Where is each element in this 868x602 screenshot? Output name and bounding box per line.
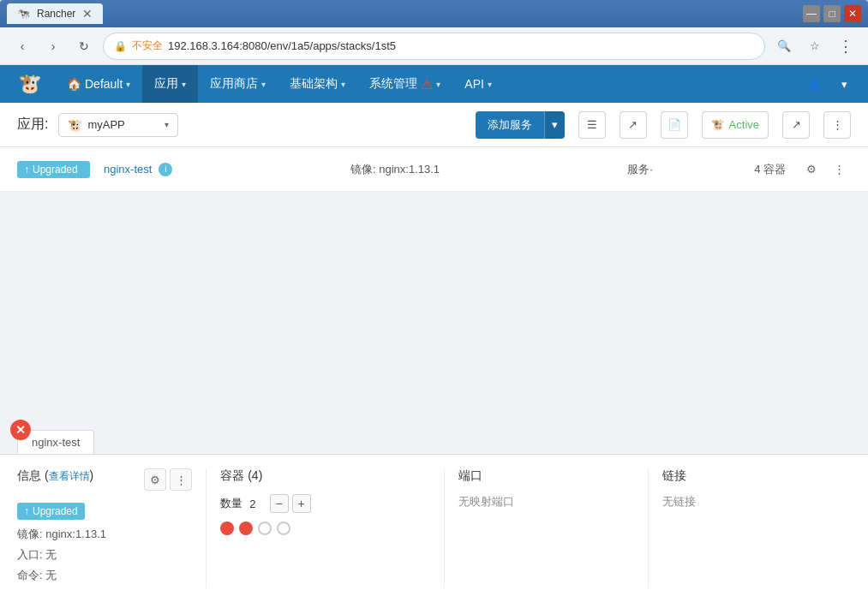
- ports-title: 端口: [458, 468, 633, 484]
- nav-item-infra[interactable]: 基础架构 ▾: [278, 65, 357, 103]
- export-button[interactable]: 📄: [661, 111, 688, 139]
- nav-item-apps[interactable]: 应用 ▾: [142, 65, 198, 103]
- active-badge-icon: 🐮: [711, 118, 725, 131]
- security-icon: 🔒: [114, 40, 127, 52]
- ports-empty-label: 无映射端口: [458, 494, 633, 510]
- container-dot-2[interactable]: [239, 522, 253, 535]
- service-info-button[interactable]: i: [159, 163, 172, 176]
- content-area: 应用: 🐮 myAPP ▾ 添加服务 ▾ ☰ ↗ 📄 🐮 Active ↗ ⋮: [0, 103, 868, 602]
- top-nav: 🐮 🏠 Default ▾ 应用 ▾ 应用商店 ▾ 基础架构 ▾ 系统管理 ⚠ …: [0, 65, 868, 103]
- close-button[interactable]: ✕: [844, 5, 861, 22]
- nav-env-label: Default: [85, 77, 123, 91]
- app-wrapper: 🐮 🏠 Default ▾ 应用 ▾ 应用商店 ▾ 基础架构 ▾ 系统管理 ⚠ …: [0, 65, 868, 602]
- nav-infra-label: 基础架构: [290, 76, 338, 92]
- window-controls: — □ ✕: [803, 5, 861, 22]
- app-selector[interactable]: 🐮 myAPP ▾: [58, 113, 178, 137]
- service-ports-cell: 服务·: [597, 162, 683, 177]
- container-dot-3[interactable]: [258, 522, 272, 535]
- apps-dropdown-icon: ▾: [182, 80, 186, 89]
- address-input-wrap[interactable]: 🔒 不安全 192.168.3.164:8080/env/1a5/apps/st…: [103, 33, 765, 60]
- active-status-badge[interactable]: 🐮 Active: [702, 111, 769, 139]
- nav-item-api[interactable]: API ▾: [452, 65, 504, 103]
- more-options-button[interactable]: ⋮: [823, 111, 851, 139]
- nav-env-selector[interactable]: 🏠 Default ▾: [55, 65, 142, 103]
- address-actions: 🔍 ☆ ⋮: [772, 34, 858, 58]
- reload-button[interactable]: ↻: [72, 34, 96, 58]
- detail-settings-button[interactable]: ⚙: [144, 468, 166, 491]
- container-dots: [220, 522, 430, 535]
- share-active-button[interactable]: ↗: [782, 111, 810, 139]
- appstore-dropdown-icon: ▾: [261, 80, 266, 89]
- container-dot-4[interactable]: [277, 522, 290, 535]
- forward-button[interactable]: ›: [41, 34, 65, 58]
- app-header: 应用: 🐮 myAPP ▾ 添加服务 ▾ ☰ ↗ 📄 🐮 Active ↗ ⋮: [0, 103, 868, 147]
- service-name-link[interactable]: nginx-test: [104, 163, 152, 176]
- detail-panel: 信息 (查看详情) ⚙ ⋮ ↑ Upgraded 镜像: nginx:1.13.…: [0, 454, 868, 602]
- detail-containers-section: 容器 (4) 数量 2 − +: [207, 468, 445, 588]
- add-service-group: 添加服务 ▾: [476, 111, 565, 139]
- add-service-dropdown-button[interactable]: ▾: [544, 111, 565, 139]
- back-button[interactable]: ‹: [10, 34, 34, 58]
- service-action-settings[interactable]: ⚙: [799, 158, 823, 182]
- detail-more-button[interactable]: ⋮: [170, 468, 192, 491]
- bookmark-button[interactable]: ☆: [803, 34, 827, 58]
- app-header-label: 应用:: [17, 116, 48, 134]
- nav-home-icon: 🏠: [67, 77, 81, 91]
- detail-command-line: 命令: 无: [17, 568, 192, 583]
- address-bar: ‹ › ↻ 🔒 不安全 192.168.3.164:8080/env/1a5/a…: [0, 27, 868, 65]
- nav-appstore-label: 应用商店: [210, 76, 258, 92]
- nav-item-appstore[interactable]: 应用商店 ▾: [198, 65, 278, 103]
- status-label: Upgraded: [33, 164, 78, 176]
- nav-admin-label: 系统管理: [369, 76, 417, 92]
- share-button[interactable]: ↗: [620, 111, 647, 139]
- service-image-cell: 镜像: nginx:1.13.1: [350, 162, 597, 177]
- gray-area: [0, 192, 868, 416]
- env-dropdown-icon: ▾: [126, 80, 130, 89]
- nav-logo[interactable]: 🐮: [14, 69, 45, 99]
- nav-item-admin[interactable]: 系统管理 ⚠ ▾: [357, 65, 452, 103]
- nav-user-icon[interactable]: 👤: [800, 65, 828, 103]
- detail-info-title: 信息 (查看详情): [17, 468, 93, 484]
- count-decrease-button[interactable]: −: [270, 494, 289, 513]
- add-service-button[interactable]: 添加服务: [476, 111, 544, 139]
- detail-tab-bar: nginx-test: [0, 430, 868, 454]
- count-number: 2: [249, 498, 255, 510]
- nav-api-label: API: [464, 77, 484, 91]
- browser-tab[interactable]: 🐄 Rancher ✕: [7, 3, 103, 24]
- containers-title: 容器 (4): [220, 468, 430, 484]
- admin-warning-icon: ⚠: [421, 76, 433, 92]
- service-name-cell: nginx-test i: [104, 163, 350, 176]
- search-button[interactable]: 🔍: [772, 34, 796, 58]
- status-icon: ↑: [24, 164, 29, 176]
- api-dropdown-icon: ▾: [488, 80, 492, 89]
- detail-tab-label: nginx-test: [32, 436, 80, 449]
- service-action-more[interactable]: ⋮: [827, 158, 851, 182]
- detail-links-section: 链接 无链接: [649, 468, 851, 588]
- minimize-button[interactable]: —: [803, 5, 820, 22]
- menu-button[interactable]: ⋮: [834, 34, 858, 58]
- nav-right-area: 👤 ▾: [800, 65, 854, 103]
- view-list-button[interactable]: ☰: [578, 111, 606, 139]
- count-increase-button[interactable]: +: [292, 494, 311, 513]
- active-badge-label: Active: [729, 118, 759, 131]
- view-detail-link[interactable]: 查看详情: [49, 470, 90, 482]
- nav-settings-dropdown[interactable]: ▾: [835, 65, 854, 103]
- count-controls: − +: [270, 494, 311, 513]
- service-status-badge: ↑ Upgraded: [17, 161, 90, 178]
- detail-status-badge: ↑ Upgraded: [17, 503, 85, 520]
- tab-close-button[interactable]: ✕: [82, 7, 93, 21]
- maximize-button[interactable]: □: [823, 5, 841, 22]
- container-dot-1[interactable]: [220, 522, 234, 535]
- services-table: ↑ Upgraded nginx-test i 镜像: nginx:1.13.1…: [0, 147, 868, 192]
- nav-apps-label: 应用: [154, 76, 178, 92]
- detail-info-section: 信息 (查看详情) ⚙ ⋮ ↑ Upgraded 镜像: nginx:1.13.…: [17, 468, 207, 588]
- admin-dropdown-icon: ▾: [436, 80, 440, 89]
- window-chrome: 🐄 Rancher ✕ — □ ✕: [0, 0, 868, 27]
- links-title: 链接: [662, 468, 837, 484]
- detail-info-actions: ⚙ ⋮: [144, 468, 192, 491]
- service-ports-text: 服务·: [627, 163, 653, 176]
- table-row: ↑ Upgraded nginx-test i 镜像: nginx:1.13.1…: [0, 147, 868, 192]
- detail-status-icon: ↑: [24, 505, 29, 517]
- detail-image-line: 镜像: nginx:1.13.1: [17, 527, 192, 542]
- tab-favicon: 🐄: [17, 8, 30, 20]
